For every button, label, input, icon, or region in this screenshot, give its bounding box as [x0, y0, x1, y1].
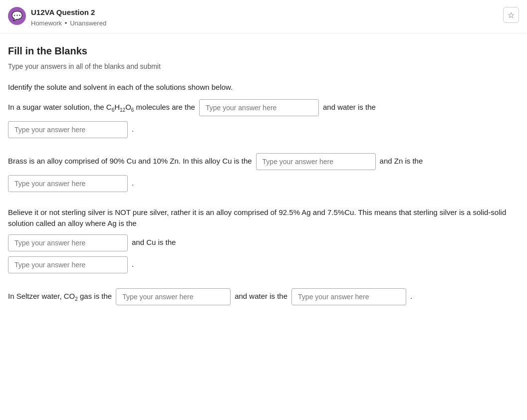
q2-period: . — [132, 178, 134, 189]
q1-second-line: . — [8, 121, 511, 138]
star-icon: ☆ — [508, 10, 515, 20]
status-badge: Unanswered — [70, 18, 106, 28]
q2-second-line: . — [8, 175, 511, 192]
q3-second-line: . — [8, 256, 511, 273]
q2-input1[interactable] — [256, 153, 376, 170]
header-left: 💬 U12VA Question 2 Homework Unanswered — [8, 7, 106, 28]
chat-icon: 💬 — [11, 9, 22, 23]
question-3: Believe it or not sterling silver is NOT… — [8, 207, 511, 273]
q4-input1[interactable] — [116, 288, 231, 305]
q3-inline: and Cu is the — [8, 234, 511, 251]
section-instructions: Type your answers in all of the blanks a… — [8, 61, 511, 72]
q4-input2[interactable] — [291, 288, 406, 305]
homework-label: Homework — [31, 18, 62, 28]
q1-text-middle: and water is the — [323, 102, 376, 113]
q3-text-long: Believe it or not sterling silver is NOT… — [8, 207, 511, 229]
q3-period: . — [132, 259, 134, 270]
q2-text-before: Brass is an alloy comprised of 90% Cu an… — [8, 156, 252, 167]
q2-text-middle: and Zn is the — [380, 156, 423, 167]
avatar: 💬 — [8, 7, 26, 25]
header-meta: Homework Unanswered — [31, 18, 106, 28]
q4-period: . — [410, 291, 412, 302]
page-header: 💬 U12VA Question 2 Homework Unanswered ☆ — [0, 0, 527, 33]
section-prompt: Identify the solute and solvent in each … — [8, 82, 511, 93]
q2-inline: Brass is an alloy comprised of 90% Cu an… — [8, 153, 511, 170]
q1-period: . — [132, 124, 134, 135]
q1-input1[interactable] — [199, 99, 319, 116]
q1-input2[interactable] — [8, 121, 128, 138]
question-1: In a sugar water solution, the C6H12O6 m… — [8, 99, 511, 138]
section-title: Fill in the Blanks — [8, 43, 511, 58]
star-button[interactable]: ☆ — [503, 7, 519, 23]
page-content: Fill in the Blanks Type your answers in … — [0, 33, 519, 340]
q4-inline: In Seltzer water, CO2 gas is the and wat… — [8, 288, 511, 305]
question-4: In Seltzer water, CO2 gas is the and wat… — [8, 288, 511, 305]
q1-text-before: In a sugar water solution, the C6H12O6 m… — [8, 102, 195, 114]
dot-separator — [65, 22, 67, 24]
q1-inline: In a sugar water solution, the C6H12O6 m… — [8, 99, 511, 116]
question-2: Brass is an alloy comprised of 90% Cu an… — [8, 153, 511, 192]
q3-input2[interactable] — [8, 256, 128, 273]
q3-input1[interactable] — [8, 234, 128, 251]
question-title: U12VA Question 2 — [31, 7, 106, 18]
q2-input2[interactable] — [8, 175, 128, 192]
q4-text-middle: and water is the — [235, 291, 287, 302]
header-info: U12VA Question 2 Homework Unanswered — [31, 7, 106, 28]
q4-text-before: In Seltzer water, CO2 gas is the — [8, 291, 112, 303]
q3-text-middle: and Cu is the — [132, 237, 176, 248]
